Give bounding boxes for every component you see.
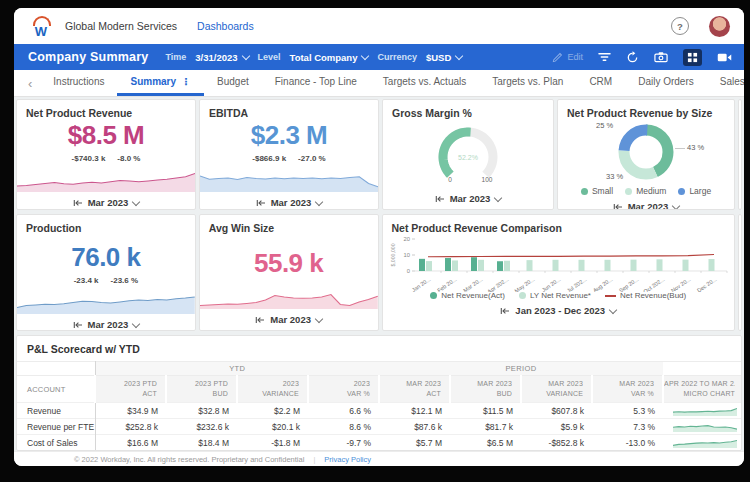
period-selector[interactable]: Mar 2023	[200, 309, 378, 330]
micro-chart-cell	[663, 435, 742, 451]
legend-item: Net Revenue(Act)	[430, 291, 505, 300]
donut-legend: SmallMediumLarge	[558, 185, 734, 196]
card-avg-win-size: Avg Win Size 55.9 k Mar 2023	[199, 214, 379, 331]
column-header: MAR 2023ACT	[379, 376, 450, 403]
previous-period-icon	[435, 195, 445, 203]
currency-select[interactable]: $USD	[426, 52, 462, 63]
legend-item: Medium	[625, 186, 666, 196]
column-header: 2023 PTDBUD	[166, 376, 237, 403]
legend-item: LY Net Revenue*	[519, 291, 591, 300]
legend-item: Net Revenue(Bud)	[605, 291, 686, 300]
chevron-down-icon	[315, 197, 323, 205]
table-row: Cost of Sales$16.6 M$18.4 M-$1.8 M-9.7 %…	[17, 435, 742, 451]
tab-menu-icon[interactable]: ⋮	[181, 76, 191, 87]
tab-budget[interactable]: Budget	[204, 70, 262, 96]
app-footer: © 2022 Workday, Inc. All rights reserved…	[14, 451, 744, 466]
previous-period-icon	[255, 316, 265, 324]
chevron-down-icon	[315, 314, 323, 322]
card-revenue-by-size: Net Product Revenue by Size 25 % 43 % 33…	[557, 99, 735, 210]
value-cell: $252.8 k	[95, 419, 166, 435]
chart-legend: Net Revenue(Act)LY Net Revenue*Net Reven…	[383, 291, 735, 300]
currency-label: Currency	[377, 52, 417, 62]
svg-text:Dec 20...: Dec 20...	[695, 276, 717, 292]
help-icon[interactable]: ?	[671, 17, 689, 35]
card-revenue-comparison: Net Product Revenue Comparison 01020$,00…	[382, 214, 736, 331]
column-header: MAR 2023VAR %	[592, 376, 663, 403]
column-header: MAR 2023VARIANCE	[521, 376, 592, 403]
kpi-deltas: -$866.9 k-27.0 %	[200, 154, 378, 163]
period-selector[interactable]: Jan 2023 - Dec 2023	[383, 300, 735, 321]
tab-sales[interactable]: Sales	[707, 70, 744, 96]
previous-period-icon	[256, 199, 266, 207]
tab-instructions[interactable]: Instructions	[40, 70, 117, 96]
chevron-down-icon	[672, 201, 680, 209]
period-selector[interactable]: Mar 2023	[17, 192, 195, 210]
tab-daily-orders[interactable]: Daily Orders	[625, 70, 707, 96]
column-header-account: ACCOUNT	[17, 376, 95, 403]
avatar[interactable]	[709, 16, 730, 37]
value-cell: 6.6 %	[308, 403, 379, 419]
tab-targets-vs-plan[interactable]: Targets vs. Plan	[479, 70, 576, 96]
pl-scorecard-table: YTD PERIOD ACCOUNT 2023 PTDACT2023 PTDBU…	[17, 361, 742, 451]
value-cell: 5.3 %	[592, 403, 663, 419]
legend-item: Large	[678, 186, 711, 196]
value-cell: -13.0 %	[592, 435, 663, 451]
period-selector[interactable]: Mar 2023	[383, 188, 553, 209]
period-selector[interactable]: Mar 2023	[200, 192, 378, 210]
nav-dashboards-link[interactable]: Dashboards	[197, 20, 254, 32]
tab-targets-vs-actuals[interactable]: Targets vs. Actuals	[370, 70, 479, 96]
chevron-down-icon	[609, 305, 617, 313]
partial-card	[738, 214, 742, 331]
command-bar: Company Summary Time 3/31/2023 Level Tot…	[14, 44, 744, 70]
svg-text:20: 20	[403, 236, 409, 242]
top-bar: W Global Modern Services Dashboards ?	[14, 8, 744, 44]
svg-text:May 20...: May 20...	[513, 276, 536, 292]
camera-icon[interactable]	[654, 51, 668, 63]
column-header: 2023VAR %	[308, 376, 379, 403]
sparkline-chart	[200, 163, 378, 192]
value-cell: $607.8 k	[521, 403, 592, 419]
column-header: MAR 2023BUD	[450, 376, 521, 403]
video-icon[interactable]	[717, 52, 732, 63]
period-selector[interactable]: Mar 2023	[558, 196, 734, 210]
slice-label-large: 25 %	[596, 121, 613, 130]
privacy-policy-link[interactable]: Privacy Policy	[324, 455, 371, 464]
card-title: EBITDA	[200, 100, 378, 119]
group-header-period: PERIOD	[379, 362, 663, 376]
svg-text:Jul 202...: Jul 202...	[565, 276, 587, 292]
card-net-product-revenue: Net Product Revenue $8.5 M -$740.3 k-8.0…	[16, 99, 196, 210]
value-cell: $5.7 M	[379, 435, 450, 451]
previous-period-icon	[613, 203, 623, 211]
value-cell: -$852.8 k	[521, 435, 592, 451]
grid-view-button[interactable]	[683, 49, 702, 66]
previous-period-icon	[73, 199, 83, 207]
time-select[interactable]: 3/31/2023	[195, 52, 248, 63]
slice-label-medium: 33 %	[606, 172, 623, 181]
value-cell: $232.6 k	[166, 419, 237, 435]
tab-finance-top-line[interactable]: Finance - Top Line	[262, 70, 370, 96]
svg-text:100: 100	[482, 176, 493, 183]
card-title: Production	[17, 215, 195, 234]
column-header: 2023 PTDACT	[95, 376, 166, 403]
svg-text:0: 0	[406, 268, 409, 274]
svg-text:Feb 20...: Feb 20...	[436, 276, 458, 292]
page-title: Company Summary	[28, 50, 148, 64]
table-row: Revenue$34.9 M$32.8 M$2.2 M6.6 %$12.1 M$…	[17, 403, 742, 419]
card-gross-margin: Gross Margin % 52.2%0100 Mar 2023	[382, 99, 554, 210]
partial-card	[738, 99, 742, 210]
refresh-icon[interactable]	[626, 51, 639, 64]
tab-summary[interactable]: Summary⋮	[117, 70, 204, 96]
value-cell: $20.1 k	[237, 419, 308, 435]
value-cell: $34.9 M	[95, 403, 166, 419]
chevron-down-icon	[132, 197, 140, 205]
tabs-scroll-left[interactable]: ‹	[20, 76, 40, 91]
time-label: Time	[165, 52, 186, 62]
level-select[interactable]: Total Company	[290, 52, 369, 63]
period-selector[interactable]: Mar 2023	[17, 314, 195, 331]
card-title: Net Product Revenue Comparison	[383, 215, 735, 234]
edit-button[interactable]: Edit	[552, 52, 583, 63]
value-cell: $32.8 M	[166, 403, 237, 419]
svg-text:Jan 20...: Jan 20...	[410, 276, 431, 292]
filter-icon[interactable]	[598, 51, 611, 63]
tab-crm[interactable]: CRM	[576, 70, 625, 96]
